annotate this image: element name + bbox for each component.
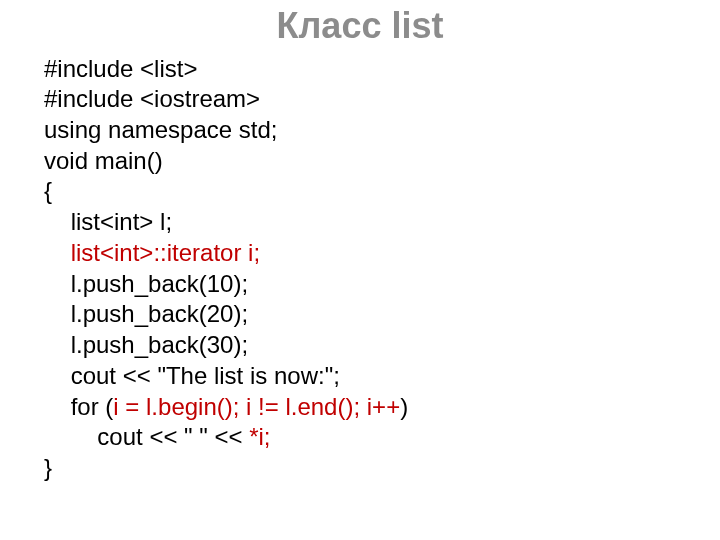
- code-line: l.push_back(10);: [44, 269, 720, 300]
- code-line: for (i = l.begin(); i != l.end(); i++): [44, 392, 720, 423]
- code-highlight: i = l.begin(); i != l.end(); i++: [113, 393, 400, 420]
- code-line: l.push_back(30);: [44, 330, 720, 361]
- code-text: cout << " " <<: [44, 423, 249, 450]
- slide: Класс list #include <list> #include <ios…: [0, 0, 720, 540]
- slide-title: Класс list: [0, 6, 720, 46]
- code-line: cout << " " << *i;: [44, 422, 720, 453]
- code-line: l.push_back(20);: [44, 299, 720, 330]
- code-text: ): [400, 393, 408, 420]
- code-line: using namespace std;: [44, 115, 720, 146]
- code-line: void main(): [44, 146, 720, 177]
- code-highlight: list<int>::iterator i;: [71, 239, 260, 266]
- code-line: list<int> l;: [44, 207, 720, 238]
- code-highlight: *i;: [249, 423, 270, 450]
- code-text: [44, 239, 71, 266]
- code-line: list<int>::iterator i;: [44, 238, 720, 269]
- code-text: for (: [44, 393, 113, 420]
- code-line: cout << "The list is now:";: [44, 361, 720, 392]
- code-line: }: [44, 453, 720, 484]
- code-line: {: [44, 176, 720, 207]
- code-line: #include <iostream>: [44, 84, 720, 115]
- code-line: #include <list>: [44, 54, 720, 85]
- code-block: #include <list> #include <iostream> usin…: [0, 54, 720, 484]
